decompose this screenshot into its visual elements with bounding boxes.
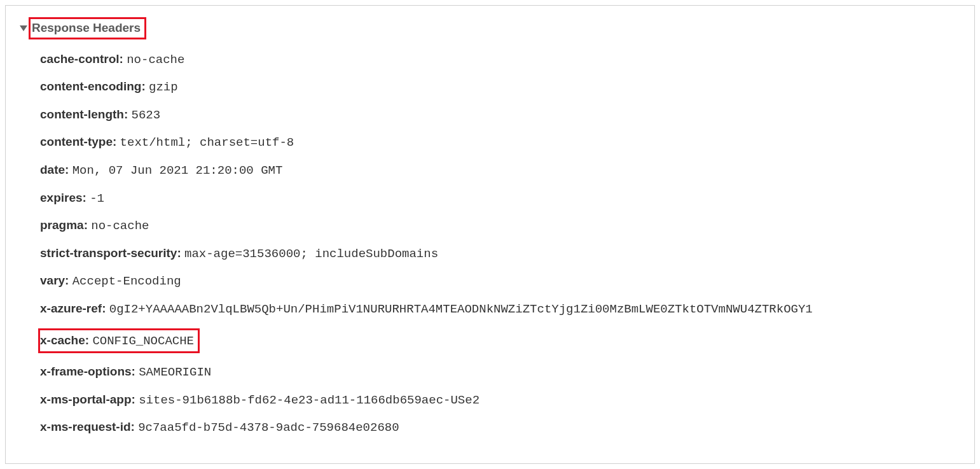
header-name: x-ms-request-id:	[40, 420, 135, 433]
header-value: gzip	[149, 80, 178, 94]
header-name: strict-transport-security:	[40, 246, 181, 260]
header-name: content-encoding:	[40, 80, 146, 93]
triangle-down-icon	[20, 25, 27, 31]
header-row: x-frame-options: SAMEORIGIN	[40, 363, 960, 381]
header-name: cache-control:	[40, 52, 123, 66]
highlight-box: x-cache: CONFIG_NOCACHE	[38, 328, 200, 354]
header-row: vary: Accept-Encoding	[40, 272, 960, 290]
header-value: text/html; charset=utf-8	[120, 136, 294, 150]
header-name: x-azure-ref:	[40, 302, 106, 315]
section-title: Response Headers	[29, 17, 146, 39]
response-headers-toggle[interactable]: Response Headers	[20, 17, 146, 39]
header-row: strict-transport-security: max-age=31536…	[40, 245, 960, 263]
header-row: date: Mon, 07 Jun 2021 21:20:00 GMT	[40, 162, 960, 179]
header-row: content-length: 5623	[40, 106, 960, 124]
header-value: sites-91b6188b-fd62-4e23-ad11-1166db659a…	[139, 393, 480, 407]
header-name: x-cache:	[40, 333, 89, 347]
header-row: x-azure-ref: 0gI2+YAAAAABn2VlqLBW5Qb+Un/…	[40, 300, 960, 318]
header-value: 9c7aa5fd-b75d-4378-9adc-759684e02680	[138, 421, 399, 435]
header-row: content-type: text/html; charset=utf-8	[40, 134, 960, 151]
header-name: x-frame-options:	[40, 365, 135, 378]
header-name: content-type:	[40, 135, 116, 148]
header-value: 0gI2+YAAAAABn2VlqLBW5Qb+Un/PHimPiV1NURUR…	[109, 302, 813, 316]
header-name: pragma:	[40, 218, 88, 232]
header-value: SAMEORIGIN	[139, 365, 211, 379]
header-name: content-length:	[40, 108, 128, 121]
header-list: cache-control: no-cachecontent-encoding:…	[20, 51, 960, 437]
header-row: x-cache: CONFIG_NOCACHE	[40, 328, 960, 354]
header-value: -1	[90, 192, 104, 206]
header-value: no-cache	[127, 53, 184, 67]
header-value: Mon, 07 Jun 2021 21:20:00 GMT	[72, 164, 283, 178]
header-row: x-ms-request-id: 9c7aa5fd-b75d-4378-9adc…	[40, 419, 960, 437]
header-row: expires: -1	[40, 190, 960, 207]
header-value: Accept-Encoding	[72, 274, 181, 288]
header-value: max-age=31536000; includeSubDomains	[184, 247, 438, 261]
header-name: x-ms-portal-app:	[40, 393, 135, 406]
header-value: no-cache	[91, 219, 149, 233]
header-row: x-ms-portal-app: sites-91b6188b-fd62-4e2…	[40, 391, 960, 409]
header-value: CONFIG_NOCACHE	[92, 334, 194, 348]
header-value: 5623	[132, 108, 161, 122]
header-name: vary:	[40, 274, 69, 287]
header-row: cache-control: no-cache	[40, 51, 960, 69]
response-headers-panel: Response Headers cache-control: no-cache…	[5, 5, 975, 464]
header-row: pragma: no-cache	[40, 217, 960, 235]
header-name: date:	[40, 163, 69, 176]
header-name: expires:	[40, 191, 86, 204]
header-row: content-encoding: gzip	[40, 78, 960, 96]
